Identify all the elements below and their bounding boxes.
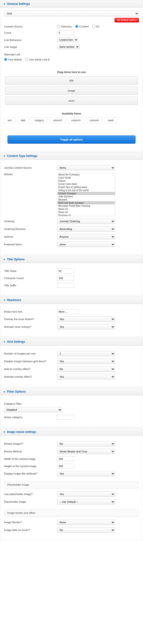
char-count-label: Character Count xyxy=(4,277,57,280)
radio-content[interactable] xyxy=(75,25,78,28)
article-option[interactable]: Mountain Pedal Bike Tracking xyxy=(58,204,115,208)
readmore-text-input[interactable] xyxy=(57,309,79,314)
avail-item-column2[interactable]: column2 xyxy=(50,118,66,124)
border-subpanel-title: Image border and effect xyxy=(4,510,139,516)
per-row-label: Number of images per row xyxy=(4,352,57,355)
article-option[interactable]: Maxwell xyxy=(58,198,115,201)
count-input[interactable] xyxy=(57,30,74,35)
article-option[interactable]: Expert tips on getting away xyxy=(58,186,115,189)
resized-width-input[interactable] xyxy=(57,456,74,461)
disable-margin-select[interactable]: Yes xyxy=(57,359,115,364)
authors-label: Authors xyxy=(4,235,57,238)
ordering-select[interactable]: Joomla! Ordering xyxy=(57,218,115,224)
link-target-select[interactable]: Same window xyxy=(57,44,80,49)
image-fade-select[interactable]: No xyxy=(57,527,115,533)
avail-item-category[interactable]: category xyxy=(31,118,48,124)
layout-select[interactable]: Grid xyxy=(4,10,139,16)
panel-title: General Settings xyxy=(7,2,30,6)
resize-method-select[interactable]: Smart Resize and Crop xyxy=(57,449,115,454)
title-suffix-input[interactable] xyxy=(57,283,74,288)
readmore-header[interactable]: ▼ Readmore xyxy=(0,296,143,304)
radio-use-default[interactable] xyxy=(4,58,7,61)
image-resize-header[interactable]: ▼ Image resize settings xyxy=(0,428,143,436)
article-option[interactable]: Going to the top of the world xyxy=(58,189,115,192)
resized-height-input[interactable] xyxy=(57,464,74,468)
title-attr-select[interactable]: Yes xyxy=(57,471,115,476)
article-option[interactable]: Intrepid Voyages xyxy=(58,192,115,195)
chevron-down-icon: ▼ xyxy=(3,299,6,302)
image-border-select[interactable]: None xyxy=(57,520,115,525)
radio-k2[interactable] xyxy=(92,25,95,28)
jcs-select[interactable]: Items xyxy=(57,165,115,170)
placeholder-image-label: Placeholder image xyxy=(4,500,57,503)
image-border-label: Image Border? xyxy=(4,521,57,524)
avail-item-text[interactable]: text xyxy=(4,118,15,124)
radio-directory[interactable] xyxy=(57,25,60,28)
article-option[interactable]: News #3 xyxy=(58,208,115,211)
link-behaviour-label: Link Behaviour xyxy=(4,38,57,42)
add-overlay-label: Add an overlay effect? xyxy=(4,368,57,370)
general-settings-header[interactable]: ▼ General Settings xyxy=(0,0,143,8)
chevron-down-icon: ▼ xyxy=(3,258,6,261)
animate-more-label: Animate more overlay? xyxy=(4,325,57,328)
ordering-label: Ordering xyxy=(4,220,57,223)
add-overlay-select[interactable]: No xyxy=(57,366,115,372)
drag-item-image[interactable]: image xyxy=(5,86,138,95)
filter-options-header[interactable]: ▼ Filter Options xyxy=(0,388,143,396)
articles-multiselect[interactable]: About the CompanyCarol SmithEdisonEurail… xyxy=(57,173,115,216)
article-option[interactable]: Julie Sanders xyxy=(58,195,115,198)
title-options-header[interactable]: ▼ Title Options xyxy=(0,256,143,263)
radio-use-article-link-a[interactable] xyxy=(25,58,28,61)
readmore-text-label: Read more text xyxy=(4,310,57,313)
article-option[interactable]: About the Company xyxy=(58,173,115,176)
alternate-link-label: Alternate Link xyxy=(4,53,139,56)
drag-item-more[interactable]: more xyxy=(5,97,138,105)
title-options-panel: ▼ Title Options Title Class Character Co… xyxy=(0,256,143,295)
per-row-select[interactable]: 1 xyxy=(57,351,115,356)
article-option[interactable]: Mind and body escapes xyxy=(58,201,115,204)
title-attr-label: Display image title attribute? xyxy=(4,472,57,475)
overlay-more-select[interactable]: Yes xyxy=(57,316,115,322)
content-source-radios: Directory Content K2 xyxy=(57,25,99,28)
content-type-header[interactable]: ▼ Content Type Settings xyxy=(0,152,143,160)
article-option[interactable]: Carol Smith xyxy=(58,176,115,179)
ordering-dir-label: Ordering Direction xyxy=(4,228,57,230)
link-behaviour-select[interactable]: Content item xyxy=(57,38,78,42)
avail-item-tweet[interactable]: tweet xyxy=(104,118,117,124)
char-count-input[interactable] xyxy=(57,276,74,280)
set-default-button[interactable]: Set default options xyxy=(114,18,139,22)
drag-zone[interactable]: title image more xyxy=(4,76,139,105)
chevron-down-icon: ▼ xyxy=(3,3,6,5)
featured-select[interactable]: show xyxy=(57,242,115,247)
border-subpanel: Image border and effect xyxy=(4,509,139,517)
use-placeholder-select[interactable]: Yes xyxy=(57,492,115,497)
category-filter-select[interactable]: Disabled xyxy=(4,407,62,412)
animate-more-select[interactable]: Yes xyxy=(57,324,115,330)
panel-title: Readmore xyxy=(7,298,21,302)
panel-title: Content Type Settings xyxy=(7,154,38,158)
title-class-input[interactable] xyxy=(57,268,74,273)
avail-item-column4[interactable]: column4 xyxy=(86,118,102,124)
placeholder-image-select[interactable]: – Use Default – xyxy=(57,499,115,504)
toggle-all-button[interactable]: Toggle all options xyxy=(8,136,136,144)
animate-overlay-select[interactable]: Yes xyxy=(57,374,115,379)
active-category-label: Active category xyxy=(4,416,57,419)
grid-settings-header[interactable]: ▼ Grid Settings xyxy=(0,338,143,346)
article-option[interactable]: Edison xyxy=(58,179,115,182)
avail-item-date[interactable]: date xyxy=(17,118,29,124)
drag-item-title[interactable]: title xyxy=(5,76,138,84)
article-option[interactable]: Package #1 xyxy=(58,214,115,216)
link-target-label: Link Target xyxy=(4,46,57,48)
avail-item-column3[interactable]: column3 xyxy=(68,118,84,124)
article-option[interactable]: Eurail costs down xyxy=(58,182,115,186)
active-category-input[interactable] xyxy=(57,415,74,420)
placeholder-subpanel-title: Placeholder image xyxy=(4,481,139,488)
grid-settings-panel: ▼ Grid Settings Number of images per row… xyxy=(0,338,143,387)
chevron-down-icon: ▼ xyxy=(3,390,6,393)
ordering-dir-select[interactable]: Ascending xyxy=(57,226,115,232)
article-option[interactable]: News #4 xyxy=(58,211,115,214)
authors-select[interactable]: Anyone xyxy=(57,234,115,239)
resize-images-select[interactable]: No xyxy=(57,441,115,446)
image-resize-panel: ▼ Image resize settings Resize Images? N… xyxy=(0,428,143,540)
resize-images-label: Resize Images? xyxy=(4,442,57,445)
